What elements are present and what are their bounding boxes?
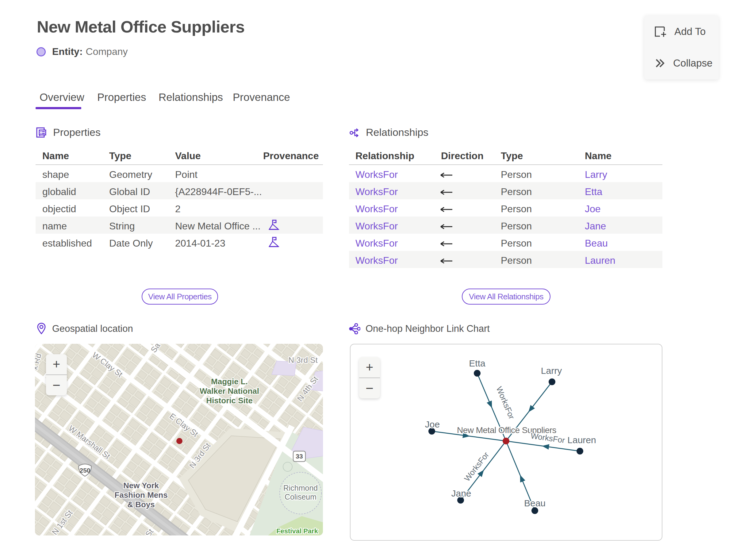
svg-text:WorksFor: WorksFor xyxy=(530,431,566,445)
svg-text:Jane: Jane xyxy=(451,488,471,498)
svg-text:Larry: Larry xyxy=(541,366,562,376)
svg-text:N 3rd St: N 3rd St xyxy=(288,355,318,365)
svg-text:Coliseum: Coliseum xyxy=(285,493,316,501)
svg-text:Maggie L.: Maggie L. xyxy=(211,377,248,386)
svg-text:33: 33 xyxy=(296,453,303,460)
svg-text:Richmond: Richmond xyxy=(283,484,318,492)
svg-text:WorksFor: WorksFor xyxy=(495,385,517,420)
svg-text:Walker National: Walker National xyxy=(200,386,259,396)
svg-text:Lauren: Lauren xyxy=(567,435,596,445)
svg-text:Joe: Joe xyxy=(425,419,440,429)
svg-text:Beau: Beau xyxy=(524,498,546,508)
svg-text:Etta: Etta xyxy=(469,358,485,368)
svg-text:New York: New York xyxy=(123,481,159,490)
svg-text:250: 250 xyxy=(79,467,90,474)
svg-text:Fashion Mens: Fashion Mens xyxy=(114,490,167,500)
svg-text:Historic Site: Historic Site xyxy=(206,396,253,405)
svg-text:Festival Park: Festival Park xyxy=(276,527,318,535)
svg-text:& Boys: & Boys xyxy=(127,500,155,509)
